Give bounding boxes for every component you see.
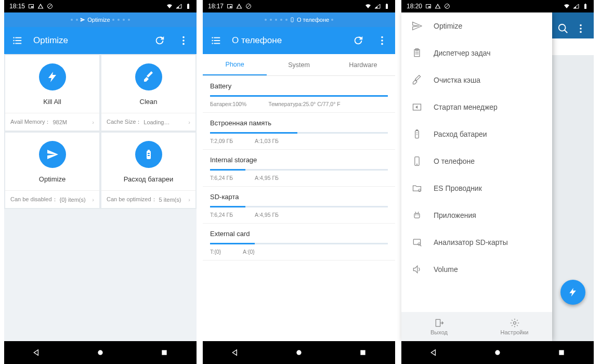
chevron-right-icon: › (92, 197, 94, 203)
pip-icon (28, 3, 34, 9)
tab-system[interactable]: System (267, 54, 331, 75)
svg-point-19 (98, 350, 102, 355)
card-clean[interactable]: Clean Cache Size： Loading… › (101, 55, 195, 131)
svg-point-6 (13, 37, 14, 38)
svg-point-38 (296, 350, 301, 355)
nav-home[interactable] (289, 348, 309, 357)
svg-rect-11 (15, 43, 21, 44)
nav-home[interactable] (487, 348, 508, 357)
card-optimize[interactable]: Optimize Can be disabled： {0} item(s) › (5, 133, 99, 208)
card-battery-usage[interactable]: Расход батареи Can be optimized： 5 item(… (101, 133, 195, 208)
search-icon[interactable] (557, 23, 569, 34)
svg-rect-22 (230, 6, 232, 8)
svg-point-66 (415, 215, 416, 215)
menu-button[interactable] (9, 33, 25, 48)
nav-recents[interactable] (352, 348, 373, 357)
no-entry-icon (47, 3, 53, 9)
svg-rect-9 (15, 40, 21, 41)
drawer-item-es-explorer[interactable]: ES Проводник (401, 175, 552, 202)
brush-icon (412, 75, 422, 85)
navigation-bar (4, 341, 197, 364)
drawer-settings-button[interactable]: Настройки (477, 312, 552, 341)
gear-icon (509, 318, 520, 328)
nav-back[interactable] (26, 348, 47, 357)
signal-icon (573, 3, 579, 9)
svg-line-24 (247, 5, 250, 8)
wifi-icon (564, 3, 570, 9)
svg-point-28 (292, 21, 292, 22)
signal-icon (374, 3, 381, 9)
refresh-button[interactable] (152, 33, 167, 48)
overflow-button[interactable] (374, 33, 390, 48)
drawer-item-task-manager[interactable]: Диспетчер задач (401, 40, 552, 67)
nav-back[interactable] (423, 348, 444, 357)
no-entry-icon (444, 3, 450, 9)
fab-bolt[interactable] (560, 280, 585, 305)
status-bar: 18:17 (203, 0, 395, 12)
exit-icon (434, 318, 445, 328)
refresh-button[interactable] (350, 33, 366, 48)
nav-recents[interactable] (551, 348, 572, 357)
card-title: Kill All (43, 98, 61, 106)
drawer-item-optimize[interactable]: Optimize (401, 12, 552, 40)
drawer-item-startup-manager[interactable]: Стартап менеджер (401, 94, 552, 121)
svg-line-3 (48, 5, 51, 8)
page-title: Optimize (33, 35, 143, 46)
svg-point-13 (182, 40, 185, 42)
svg-line-64 (415, 212, 416, 213)
svg-rect-16 (148, 150, 150, 151)
card-sub-row[interactable]: Cache Size： Loading… › (101, 113, 195, 131)
card-sub-row[interactable]: Can be optimized： 5 item(s) › (101, 190, 195, 208)
battery-icon (582, 3, 589, 9)
svg-line-70 (420, 245, 422, 246)
menu-button[interactable] (208, 33, 224, 48)
phone-about: 18:17 О телефоне О телефоне (203, 0, 395, 364)
svg-point-29 (212, 37, 213, 38)
tab-phone[interactable]: Phone (203, 54, 267, 75)
drawer-exit-button[interactable]: Выход (401, 312, 477, 341)
svg-rect-44 (584, 4, 586, 9)
card-sub-row[interactable]: Avail Memory： 982M › (5, 113, 99, 131)
bolt-icon (568, 287, 578, 297)
phone-drawer: 18:20 Optimize (401, 0, 594, 364)
svg-rect-74 (559, 350, 564, 355)
drawer-item-volume[interactable]: Volume (401, 256, 552, 283)
card-kill-all[interactable]: Kill All Avail Memory： 982M › (5, 55, 99, 131)
overflow-button[interactable] (176, 33, 191, 48)
nav-back[interactable] (225, 348, 245, 357)
svg-point-8 (13, 40, 14, 41)
send-icon (46, 148, 59, 161)
more-vert-icon (376, 35, 388, 46)
drawer-item-apps[interactable]: Приложения (401, 202, 552, 229)
svg-point-10 (13, 43, 14, 44)
svg-rect-32 (214, 40, 220, 41)
drawer-item-sd-analyzer[interactable]: Анализатор SD-карты (401, 229, 552, 256)
more-vert-icon[interactable] (575, 23, 586, 34)
drawer-item-about-phone[interactable]: О телефоне (401, 148, 552, 175)
drawer-item-cache-clear[interactable]: Очистка кэша (401, 67, 552, 94)
card-sub-row[interactable]: Can be disabled： {0} item(s) › (5, 190, 99, 208)
menu-icon (11, 35, 23, 46)
svg-point-31 (212, 40, 213, 41)
no-entry-icon (245, 3, 252, 9)
tab-hardware[interactable]: Hardware (331, 54, 395, 75)
page-title: О телефоне (232, 35, 342, 46)
svg-point-12 (182, 36, 185, 38)
nav-home[interactable] (90, 348, 111, 357)
svg-line-47 (565, 30, 568, 33)
nav-recents[interactable] (154, 348, 175, 357)
drawer-item-battery-usage[interactable]: Расход батареи (401, 121, 552, 148)
section-battery[interactable]: Battery Батарея:100%Температура:25.0° C/… (203, 76, 395, 113)
section-external-card[interactable]: External card T:{0}A:{0} (203, 224, 395, 261)
section-internal-storage[interactable]: Internal storage T:6,24 ГБA:4,95 ГБ (203, 150, 395, 187)
svg-rect-34 (214, 43, 220, 44)
section-builtin-memory[interactable]: Встроенная память T:2,09 ГБA:1,03 ГБ (203, 113, 395, 150)
svg-point-37 (381, 43, 383, 45)
sd-icon (412, 237, 422, 248)
svg-point-14 (182, 43, 185, 45)
folder-icon (412, 183, 422, 193)
section-sd-card[interactable]: SD-карта T:6,24 ГБA:4,95 ГБ (203, 187, 395, 224)
send-icon (412, 21, 422, 31)
card-title: Расход батареи (124, 175, 173, 183)
svg-point-61 (416, 164, 417, 165)
